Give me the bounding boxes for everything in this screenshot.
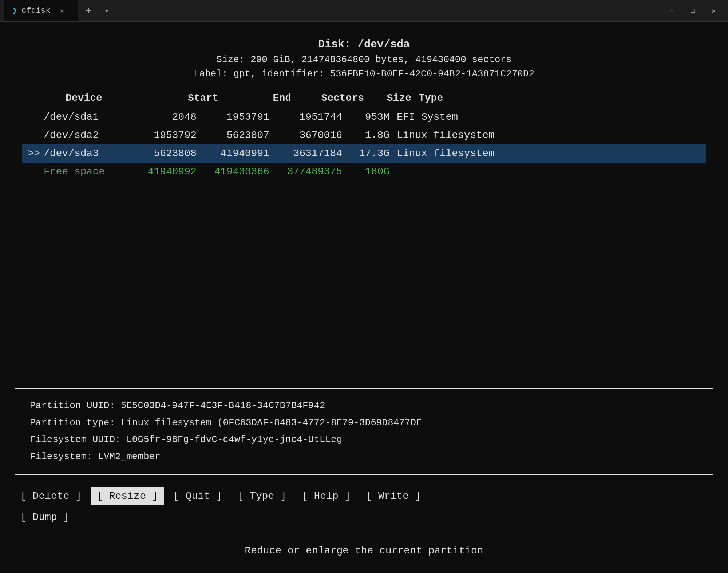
partition-info-box: Partition UUID: 5E5C03D4-947F-4E3F-B418-…: [15, 388, 713, 475]
tabs-dropdown-button[interactable]: ▾: [99, 0, 115, 21]
tab-close-button[interactable]: ✕: [55, 4, 69, 18]
table-header: Device Start End Sectors Size Type: [22, 88, 706, 108]
table-row[interactable]: /dev/sda2 1953792 5623807 3670016 1.8G L…: [22, 126, 706, 144]
row-size: 1.8G: [342, 128, 389, 143]
row-size: 17.3G: [342, 146, 389, 161]
info-type-line: Partition type: Linux filesystem (0FC63D…: [30, 414, 698, 431]
col-header-size: Size: [364, 91, 411, 106]
col-header-selector: [44, 91, 66, 106]
row-size: 953M: [342, 110, 389, 125]
row-end: 5623807: [197, 128, 269, 143]
row-size: 180G: [342, 164, 389, 179]
terminal-window: Disk: /dev/sda Size: 200 GiB, 2147483648…: [0, 22, 728, 573]
row-sectors: 3670016: [269, 128, 342, 143]
write-button[interactable]: [ Write ]: [360, 487, 427, 505]
dump-button[interactable]: [ Dump ]: [15, 508, 75, 526]
terminal-icon: ❯: [12, 6, 17, 16]
row-type: Linux filesystem: [389, 128, 706, 143]
status-text: Reduce or enlarge the current partition: [245, 545, 483, 556]
info-type-value: Linux filesystem (0FC63DAF-8483-4772-8E7…: [121, 417, 422, 428]
info-fs-uuid-value: L0G5fr-9BFg-fdvC-c4wf-y1ye-jnc4-UtLLeg: [126, 434, 342, 445]
action-row-1: [ Delete ] [ Resize ] [ Quit ] [ Type ] …: [15, 487, 713, 505]
window-controls: ─ □ ✕: [661, 0, 724, 22]
row-end: 41940991: [197, 146, 269, 161]
table-row[interactable]: Free space 41940992 419430366 377489375 …: [22, 163, 706, 181]
delete-button[interactable]: [ Delete ]: [15, 487, 87, 505]
active-tab[interactable]: ❯ cfdisk ✕: [4, 0, 78, 21]
partition-table: Device Start End Sectors Size Type /dev/…: [22, 88, 706, 181]
action-bar: [ Delete ] [ Resize ] [ Quit ] [ Type ] …: [15, 487, 713, 529]
row-start: 1953792: [124, 128, 197, 143]
titlebar-tabs: ❯ cfdisk ✕ + ▾: [4, 0, 661, 21]
row-start: 5623808: [124, 146, 197, 161]
row-end: 1953791: [197, 110, 269, 125]
disk-label: Label: gpt, identifier: 536FBF10-B0EF-42…: [22, 67, 706, 81]
row-device: /dev/sda2: [44, 128, 124, 143]
row-type: Linux filesystem: [389, 146, 706, 161]
disk-header: Disk: /dev/sda Size: 200 GiB, 2147483648…: [22, 36, 706, 81]
quit-button[interactable]: [ Quit ]: [167, 487, 228, 505]
row-sectors: 1951744: [269, 110, 342, 125]
window-close-button[interactable]: ✕: [703, 0, 724, 22]
info-fs-uuid-line: Filesystem UUID: L0G5fr-9BFg-fdvC-c4wf-y…: [30, 431, 698, 448]
row-sectors: 36317184: [269, 146, 342, 161]
titlebar: ❯ cfdisk ✕ + ▾ ─ □ ✕: [0, 0, 728, 22]
row-device: /dev/sda1: [44, 110, 124, 125]
action-row-2: [ Dump ]: [15, 508, 713, 526]
row-device: /dev/sda3: [44, 146, 124, 161]
col-header-device: Device: [66, 91, 146, 106]
info-uuid-line: Partition UUID: 5E5C03D4-947F-4E3F-B418-…: [30, 397, 698, 414]
status-bar: Reduce or enlarge the current partition: [0, 543, 728, 558]
row-device: Free space: [44, 164, 124, 179]
info-filesystem-value: LVM2_member: [98, 451, 161, 462]
disk-size: Size: 200 GiB, 214748364800 bytes, 41943…: [22, 53, 706, 67]
info-filesystem-label: Filesystem:: [30, 451, 92, 462]
selected-table-row[interactable]: >> /dev/sda3 5623808 41940991 36317184 1…: [22, 144, 706, 163]
info-uuid-label: Partition UUID:: [30, 400, 115, 411]
col-header-type: Type: [411, 91, 684, 106]
help-button[interactable]: [ Help ]: [296, 487, 356, 505]
row-type: EFI System: [389, 110, 706, 125]
info-filesystem-line: Filesystem: LVM2_member: [30, 448, 698, 465]
info-fs-uuid-label: Filesystem UUID:: [30, 434, 121, 445]
maximize-button[interactable]: □: [682, 0, 703, 22]
row-start: 41940992: [124, 164, 197, 179]
row-sectors: 377489375: [269, 164, 342, 179]
col-header-end: End: [218, 91, 291, 106]
col-header-start: Start: [146, 91, 218, 106]
disk-title: Disk: /dev/sda: [22, 36, 706, 53]
tab-title: cfdisk: [21, 6, 50, 15]
row-start: 2048: [124, 110, 197, 125]
new-tab-button[interactable]: +: [78, 0, 99, 21]
col-header-sectors: Sectors: [291, 91, 364, 106]
row-selector-active: >>: [22, 146, 44, 161]
info-type-label: Partition type:: [30, 417, 115, 428]
type-button[interactable]: [ Type ]: [232, 487, 292, 505]
row-end: 419430366: [197, 164, 269, 179]
minimize-button[interactable]: ─: [661, 0, 682, 22]
info-uuid-value: 5E5C03D4-947F-4E3F-B418-34C7B7B4F942: [121, 400, 325, 411]
resize-button[interactable]: [ Resize ]: [91, 487, 164, 505]
table-row[interactable]: /dev/sda1 2048 1953791 1951744 953M EFI …: [22, 108, 706, 126]
